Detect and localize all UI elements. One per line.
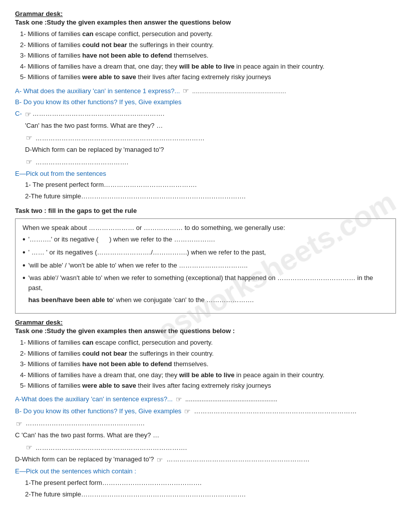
sentence-list-3: 1- Millions of families can escape confl… [15, 338, 396, 391]
qa-E-intro-3: E—Pick out the sentences which contain : [15, 466, 396, 477]
sentence-3-5: 5- Millions of families were able to sav… [20, 381, 396, 391]
qa-A-1: A- What does the auxiliary 'can' in sent… [15, 85, 396, 97]
section-2: Task two : fill in the gaps to get the r… [15, 207, 396, 314]
qa-E-intro-1: E—Pick out from the sentences [15, 169, 396, 179]
sentence-3-2: 2- Millions of families could not bear t… [20, 349, 396, 359]
sentence-3-3: 3- Millions of families have not been ab… [20, 359, 396, 369]
task-heading-3: Task one :Study the given examples then … [15, 327, 396, 335]
qa-B-3: B- Do you know its other functions? If y… [15, 406, 396, 417]
bullet-1: • '……….' or its negative ( ) when we ref… [23, 234, 388, 245]
qa-E2-3: 2-The future simple………………………………………………………… [25, 489, 396, 500]
bullet-3: • 'will be able' / 'won't be able to' wh… [23, 260, 388, 271]
hand-icon-4: ☞ [26, 156, 33, 167]
grammar-desk-1: Grammar desk: [15, 10, 396, 18]
hand-icon-3: ☞ [26, 132, 33, 143]
qa-C-intro-3: C 'Can' has the two past forms. What are… [15, 430, 396, 441]
sentence-list-1: 1- Millions of families can escape confl… [15, 29, 396, 82]
hand-icon-5: ☞ [176, 394, 182, 405]
qa-A-3: A-What does the auxiliary 'can' in sente… [15, 394, 396, 405]
sentence-1-1: 1- Millions of families can escape confl… [20, 29, 396, 39]
section-1: Grammar desk: Task one :Study the given … [15, 10, 396, 202]
qa-C-dots-1: ☞ …………………………………………………………………… [25, 132, 396, 144]
sentence-1-5: 5- Millions of families were able to sav… [20, 72, 396, 82]
bullet-5: • has been/have been able to' when we co… [23, 295, 388, 306]
sentence-3-4: 4- Millions of families have a dream tha… [20, 370, 396, 380]
qa-B-1: B- Do you know its other functions? If y… [15, 97, 396, 108]
section-3: Grammar desk: Task one :Study the given … [15, 319, 396, 499]
qa-C-text-1: 'Can' has the two past forms. What are t… [25, 121, 396, 131]
qa-D-dots-1: ☞ ……………………………………. [25, 156, 396, 168]
qa-E2-1: 2-The future simple………………………………………………………… [25, 191, 396, 202]
qa-C-dots3-3: ☞ ……………………………………………………………. [25, 442, 396, 453]
qa-C-1: C- ☞ ……………………………………………………. [15, 109, 396, 120]
sentence-1-3: 3- Millions of families have not been ab… [20, 51, 396, 61]
qa-E1-1: 1- The present perfect form…………………………………… [25, 180, 396, 190]
hand-icon-7: ☞ [16, 418, 23, 429]
sentence-1-2: 2- Millions of families could not bear t… [20, 40, 396, 50]
hand-icon-2: ☞ [25, 109, 32, 120]
hand-icon-6: ☞ [184, 406, 191, 417]
sentence-1-4: 4- Millions of families have a dream tha… [20, 62, 396, 72]
qa-E1-3: 1-The present perfect form……………………………………… [25, 478, 396, 488]
hand-icon-1: ☞ [183, 85, 189, 96]
qa-D-3: D-Which form can be replaced by 'managed… [15, 454, 396, 465]
task-heading-1: Task one :Study the given examples then … [15, 19, 396, 26]
bullet-2: • ' …… ' or its negatives (……………………./………… [23, 247, 388, 258]
qa-D-1: D-Which form can be replaced by 'managed… [25, 145, 396, 155]
fill-rule-intro: When we speak about ………………… or ……………… to… [23, 224, 388, 231]
qa-C-dots2-3: ☞ ………………………………………………. [15, 418, 396, 429]
fill-rule-box: When we speak about ………………… or ……………… to… [15, 218, 396, 314]
task-heading-2: Task two : fill in the gaps to get the r… [15, 207, 396, 214]
bullet-4: • 'was able'/ 'wasn't able to' when we r… [23, 273, 388, 293]
qa-section-1: A- What does the auxiliary 'can' in sent… [15, 85, 396, 202]
hand-icon-8: ☞ [26, 442, 33, 453]
hand-icon-9: ☞ [157, 454, 163, 465]
sentence-3-1: 1- Millions of families can escape confl… [20, 338, 396, 348]
grammar-desk-3: Grammar desk: [15, 319, 396, 326]
qa-section-3: A-What does the auxiliary 'can' in sente… [15, 394, 396, 500]
